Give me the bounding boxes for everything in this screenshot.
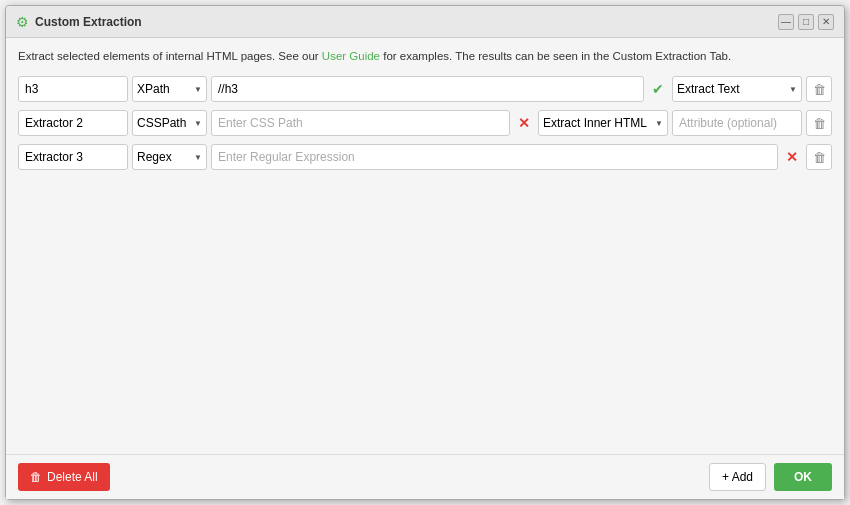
ok-button[interactable]: OK (774, 463, 832, 491)
delete-row-button-3[interactable]: 🗑 (806, 144, 832, 170)
type-select-3[interactable]: XPath CSSPath Regex (132, 144, 207, 170)
table-row: ✕ XPath CSSPath Regex ✔ Extract Text (18, 75, 832, 103)
extraction-dropdown-2[interactable]: Extract Text Extract Inner HTML Extract … (543, 116, 663, 130)
type-dropdown-1[interactable]: XPath CSSPath Regex (137, 82, 202, 96)
app-icon: ⚙ (16, 14, 29, 30)
expression-input-3[interactable] (211, 144, 778, 170)
status-invalid-icon-2: ✕ (514, 115, 534, 131)
extraction-select-2[interactable]: Extract Text Extract Inner HTML Extract … (538, 110, 668, 136)
extraction-select-1[interactable]: Extract Text Extract Inner HTML Extract … (672, 76, 802, 102)
close-button[interactable]: ✕ (818, 14, 834, 30)
name-input-2[interactable]: ✕ (18, 110, 128, 136)
expression-field-1[interactable] (218, 82, 637, 96)
delete-row-button-1[interactable]: 🗑 (806, 76, 832, 102)
table-row: ✕ XPath CSSPath Regex ✕ 🗑 (18, 143, 832, 171)
extraction-dropdown-1[interactable]: Extract Text Extract Inner HTML Extract … (677, 82, 797, 96)
main-window: ⚙ Custom Extraction — □ ✕ Extract select… (5, 5, 845, 500)
delete-all-label: Delete All (47, 470, 98, 484)
title-bar: ⚙ Custom Extraction — □ ✕ (6, 6, 844, 38)
desc-text-after: for examples. The results can be seen in… (380, 50, 731, 62)
title-bar-controls: — □ ✕ (778, 14, 834, 30)
add-label: + Add (722, 470, 753, 484)
desc-text-before: Extract selected elements of internal HT… (18, 50, 322, 62)
maximize-button[interactable]: □ (798, 14, 814, 30)
type-select-2[interactable]: XPath CSSPath Regex (132, 110, 207, 136)
name-input-1[interactable]: ✕ (18, 76, 128, 102)
expression-input-1[interactable] (211, 76, 644, 102)
delete-icon: 🗑 (30, 470, 42, 484)
title-bar-left: ⚙ Custom Extraction (16, 14, 142, 30)
attribute-field-2[interactable] (679, 116, 795, 130)
footer: 🗑 Delete All + Add OK (6, 454, 844, 499)
status-valid-icon-1: ✔ (648, 81, 668, 97)
expression-input-2[interactable] (211, 110, 510, 136)
expression-field-3[interactable] (218, 150, 771, 164)
delete-row-button-2[interactable]: 🗑 (806, 110, 832, 136)
status-invalid-icon-3: ✕ (782, 149, 802, 165)
type-select-1[interactable]: XPath CSSPath Regex (132, 76, 207, 102)
footer-right: + Add OK (709, 463, 832, 491)
table-row: ✕ XPath CSSPath Regex ✕ Extract Text (18, 109, 832, 137)
name-input-3[interactable]: ✕ (18, 144, 128, 170)
window-title: Custom Extraction (35, 15, 142, 29)
user-guide-link[interactable]: User Guide (322, 50, 380, 62)
ok-label: OK (794, 470, 812, 484)
type-dropdown-3[interactable]: XPath CSSPath Regex (137, 150, 202, 164)
minimize-button[interactable]: — (778, 14, 794, 30)
type-dropdown-2[interactable]: XPath CSSPath Regex (137, 116, 202, 130)
attribute-input-2[interactable] (672, 110, 802, 136)
description-text: Extract selected elements of internal HT… (18, 48, 832, 65)
expression-field-2[interactable] (218, 116, 503, 130)
add-button[interactable]: + Add (709, 463, 766, 491)
content-area: Extract selected elements of internal HT… (6, 38, 844, 454)
delete-all-button[interactable]: 🗑 Delete All (18, 463, 110, 491)
extractor-list: ✕ XPath CSSPath Regex ✔ Extract Text (18, 75, 832, 259)
